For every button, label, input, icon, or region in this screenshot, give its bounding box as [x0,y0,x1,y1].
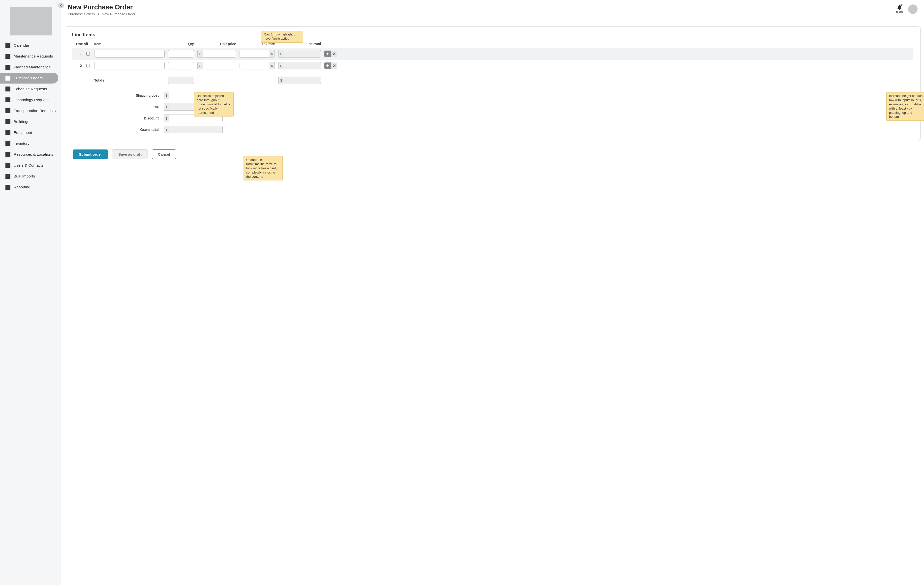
sidebar-item-equipment[interactable]: Equipment [0,127,61,138]
sidebar-item-label: Purchase Orders [14,76,43,81]
sidebar-item-reporting[interactable]: Reporting [0,182,61,193]
line-item-row: 1 $ % $ [72,48,913,60]
nav-item-icon [5,163,10,168]
nav-item-icon [5,65,10,70]
dollar-icon: $ [164,126,169,133]
item-input[interactable] [94,50,165,58]
sidebar-item-label: Planned Maintenance [14,65,51,70]
nav-item-icon [5,130,10,135]
sidebar-item-transportation-requests[interactable]: Transportation Requests [0,105,61,116]
nav-item-icon [5,108,10,113]
sidebar-item-buildings[interactable]: Buildings [0,116,61,127]
grand-total-label: Grand total [122,128,159,132]
sidebar-item-label: Technology Requests [14,98,50,102]
dollar-icon: $ [197,62,203,69]
nav-item-icon [5,141,10,146]
breadcrumb-current: New Purchase Order [102,12,135,16]
submit-order-button[interactable]: Submit order [73,150,108,159]
dollar-icon: $ [278,62,284,69]
sidebar-item-schedule-requests[interactable]: Schedule Requests [0,84,61,94]
notifications-button[interactable]: 8888 [896,5,903,14]
dollar-icon: $ [278,50,284,58]
discount-label: Discount [122,116,159,120]
sidebar-item-resources-locations[interactable]: Resources & Locations [0,149,61,160]
dollar-icon: $ [164,92,169,99]
row-index: 2 [73,64,82,68]
breadcrumb-root[interactable]: Purchase Orders [68,12,95,16]
tax-label: Tax [122,105,159,109]
nav-item-icon [5,76,10,81]
qty-input[interactable] [168,62,194,69]
tax-rate-input[interactable] [239,62,269,69]
sidebar-item-label: Calendar [14,43,29,48]
sidebar-item-purchase-orders[interactable]: Purchase Orders [0,73,58,84]
breadcrumb: Purchase Orders New Purchase Order [68,12,891,16]
unit-price-input[interactable] [203,62,236,69]
sidebar-item-label: Users & Contacts [14,163,44,168]
sidebar-item-label: Buildings [14,119,29,124]
one-off-checkbox[interactable] [86,52,90,56]
nav-item-icon [5,43,10,48]
line-total-output [284,62,321,69]
percent-icon: % [269,62,275,69]
sidebar-item-planned-maintenance[interactable]: Planned Maintenance [0,62,61,73]
save-draft-button[interactable]: Save as draft [112,150,148,159]
nav-item-icon [5,97,10,102]
sidebar-item-label: Inventory [14,141,30,146]
topbar: New Purchase Order Purchase Orders New P… [61,0,924,20]
avatar[interactable] [908,5,917,14]
sidebar-item-users-contacts[interactable]: Users & Contacts [0,160,61,171]
nav-item-icon [5,185,10,190]
line-items-divider [72,73,913,73]
remove-row-button[interactable] [331,51,337,57]
page-title: New Purchase Order [68,3,891,11]
add-row-button[interactable] [324,51,331,57]
nav-item-icon [5,152,10,157]
tax-rate-input[interactable] [239,50,269,58]
unit-price-input[interactable] [203,50,236,58]
sidebar-item-label: Reporting [14,185,30,190]
totals-label: Totals [94,78,165,82]
qty-input[interactable] [168,50,194,58]
sidebar: CalendarMaintenance RequestsPlanned Main… [0,0,61,585]
sidebar-nav: CalendarMaintenance RequestsPlanned Main… [0,40,61,193]
shipping-cost-label: Shipping cost [122,94,159,97]
sidebar-item-label: Schedule Requests [14,87,47,91]
col-unit-price: Unit price [197,42,236,46]
sidebar-item-label: Bulk Imports [14,174,35,179]
grand-total-input [169,126,223,133]
sidebar-item-label: Transportation Requests [14,109,56,113]
sidebar-collapse-button[interactable] [58,2,64,8]
bell-icon [897,5,902,10]
col-one-off: One off [73,42,91,46]
chevron-left-icon [60,3,62,7]
notifications-count: 8888 [896,10,903,14]
sidebar-item-label: Equipment [14,130,32,135]
dollar-icon: $ [197,50,203,58]
line-items-title: Line Items [72,32,913,38]
nav-item-icon [5,87,10,91]
nav-item-icon [5,119,10,124]
cancel-button[interactable]: Cancel [152,150,176,159]
add-row-button[interactable] [324,63,331,69]
nav-item-icon [5,174,10,179]
remove-row-button[interactable] [331,63,337,69]
brand-logo-placeholder [10,7,52,35]
dollar-icon: $ [278,77,284,84]
notification-dot-icon [901,4,902,6]
sidebar-item-label: Maintenance Requests [14,54,53,59]
line-item-row: 2 $ % $ [72,60,913,72]
one-off-checkbox[interactable] [86,64,90,68]
annotation-note: Increase height of each row with inputs … [886,92,924,121]
sidebar-item-inventory[interactable]: Inventory [0,138,61,149]
nav-item-icon [5,54,10,59]
item-input[interactable] [94,62,165,69]
totals-line-total [284,77,321,84]
sidebar-item-calendar[interactable]: Calendar [0,40,61,51]
line-items-card: Line Items One off Item Qty Unit price T… [65,26,921,141]
sidebar-item-bulk-imports[interactable]: Bulk Imports [0,171,61,182]
annotation-note: Update the form/timeline “box” to look m… [244,156,283,180]
dollar-icon: $ [164,115,169,122]
sidebar-item-maintenance-requests[interactable]: Maintenance Requests [0,51,61,62]
sidebar-item-technology-requests[interactable]: Technology Requests [0,94,61,105]
